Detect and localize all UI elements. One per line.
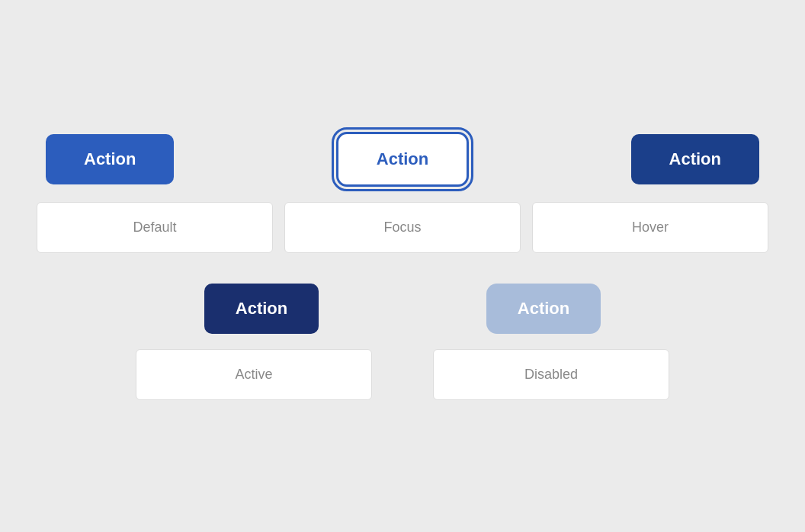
page-container: Action Action Action Default Focus Hover… bbox=[0, 0, 805, 532]
disabled-button: Action bbox=[486, 284, 601, 334]
active-button[interactable]: Action bbox=[204, 284, 319, 334]
default-button[interactable]: Action bbox=[46, 134, 174, 184]
hover-label: Hover bbox=[532, 202, 768, 253]
disabled-label: Disabled bbox=[433, 349, 669, 400]
labels-row-2: Active Disabled bbox=[37, 349, 768, 400]
button-row-1-inner: Action Action Action bbox=[46, 132, 759, 187]
labels-row-1: Default Focus Hover bbox=[37, 202, 768, 253]
hover-button[interactable]: Action bbox=[631, 134, 759, 184]
active-label: Active bbox=[136, 349, 372, 400]
button-row-2: Action Action bbox=[37, 284, 768, 334]
default-label: Default bbox=[37, 202, 273, 253]
focus-button[interactable]: Action bbox=[336, 132, 469, 187]
button-row-1: Action Action Action bbox=[0, 132, 805, 187]
focus-label: Focus bbox=[284, 202, 521, 253]
